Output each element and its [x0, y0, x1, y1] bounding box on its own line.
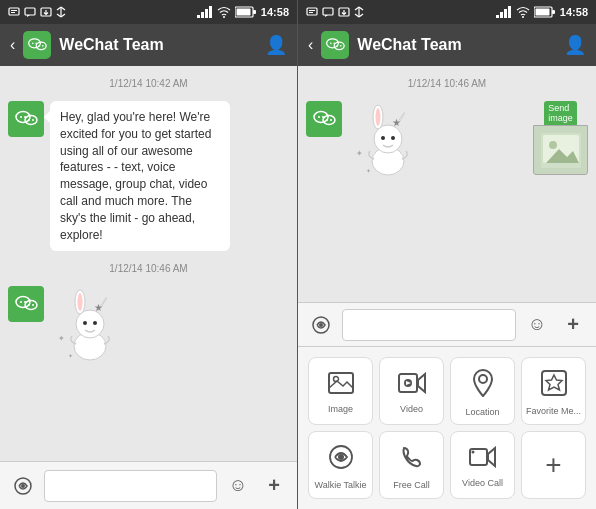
svg-point-86 [391, 136, 395, 140]
message-text-1: Hey, glad you're here! We're excited for… [60, 110, 211, 242]
timestamp-2: 1/12/14 10:46 AM [8, 263, 289, 274]
image-icon [328, 372, 354, 400]
svg-point-109 [471, 451, 474, 454]
svg-point-31 [32, 119, 34, 121]
grid-item-more[interactable]: + [521, 431, 586, 499]
grid-item-favorite[interactable]: Favorite Me... [521, 357, 586, 425]
svg-point-75 [314, 112, 328, 123]
back-button-left[interactable]: ‹ [10, 36, 15, 54]
svg-point-71 [330, 43, 332, 45]
location-svg-icon [473, 369, 493, 397]
svg-point-35 [24, 301, 26, 303]
walkie-talkie-btn-left[interactable] [8, 471, 38, 501]
svg-rect-96 [329, 373, 353, 393]
add-btn-right[interactable]: + [558, 310, 588, 340]
nav-bar-left: ‹ WeChat Team 👤 [0, 24, 297, 66]
left-phone: 14:58 ‹ WeChat Team 👤 1/12/14 10:42 AM [0, 0, 298, 509]
grid-label-video: Video [400, 404, 423, 414]
status-bar-right: 14:58 [298, 0, 596, 24]
grid-label-walkie: Walkie Talkie [314, 480, 366, 490]
wechat-icon-left [27, 35, 47, 55]
svg-point-41 [78, 293, 83, 311]
svg-rect-52 [323, 8, 333, 15]
svg-point-80 [330, 119, 332, 121]
emoji-btn-right[interactable]: ☺ [522, 310, 552, 340]
message-bubble-1: Hey, glad you're here! We're excited for… [50, 101, 230, 251]
svg-point-79 [326, 119, 328, 121]
svg-rect-14 [205, 9, 208, 18]
svg-point-16 [223, 16, 225, 18]
svg-rect-3 [25, 8, 35, 15]
nav-bar-right: ‹ WeChat Team 👤 [298, 24, 596, 66]
wifi-icon-r [516, 6, 530, 18]
svg-point-73 [337, 45, 339, 47]
status-icons-right [306, 6, 364, 18]
svg-line-60 [355, 14, 359, 17]
profile-button-left[interactable]: 👤 [265, 34, 287, 56]
back-button-right[interactable]: ‹ [308, 36, 313, 54]
grid-item-walkie[interactable]: Walkie Talkie [308, 431, 373, 499]
svg-text:✦: ✦ [356, 149, 363, 158]
svg-point-24 [39, 45, 41, 47]
emoji-btn-left[interactable]: ☺ [223, 471, 253, 501]
grid-item-video[interactable]: Video [379, 357, 444, 425]
message-row-right-1: ★ ✦ ✦ Sendimage [306, 101, 588, 181]
svg-marker-108 [488, 448, 495, 466]
svg-rect-68 [535, 9, 549, 16]
walkie-talkie-grid-icon [328, 444, 354, 476]
message-input-right[interactable] [342, 309, 516, 341]
status-icons-left [8, 6, 66, 18]
grid-item-image[interactable]: Image [308, 357, 373, 425]
signal-icon [197, 6, 213, 18]
grid-label-location: Location [465, 407, 499, 417]
wechat-logo-right [321, 31, 349, 59]
plus-grid-icon: + [545, 449, 561, 481]
timestamp-1: 1/12/14 10:42 AM [8, 78, 289, 89]
download-icon [40, 6, 52, 18]
wechat-avatar-icon-2 [14, 292, 38, 316]
svg-point-70 [334, 42, 344, 50]
svg-rect-13 [201, 12, 204, 18]
sticker-left: ★ ✦ ✦ [50, 286, 130, 366]
svg-marker-53 [325, 15, 328, 17]
svg-point-106 [338, 454, 344, 460]
message-row-2: ★ ✦ ✦ [8, 286, 289, 366]
send-image-preview[interactable] [533, 125, 588, 175]
status-right-right: 14:58 [496, 6, 588, 18]
walkie-talkie-btn-right[interactable] [306, 310, 336, 340]
msg-icon [24, 6, 36, 18]
svg-text:★: ★ [94, 302, 103, 313]
svg-rect-49 [307, 8, 317, 15]
video-svg-icon [398, 372, 426, 394]
svg-rect-63 [504, 9, 507, 18]
walkie-icon-right [311, 315, 331, 335]
svg-point-43 [93, 321, 97, 325]
svg-marker-4 [27, 15, 30, 17]
grid-item-location[interactable]: Location [450, 357, 515, 425]
svg-point-26 [16, 112, 30, 123]
walkie-svg-icon [328, 444, 354, 470]
message-input-left[interactable] [44, 470, 217, 502]
svg-marker-99 [418, 374, 425, 392]
svg-rect-51 [309, 12, 313, 13]
add-btn-left[interactable]: + [259, 471, 289, 501]
svg-point-78 [322, 116, 324, 118]
location-icon [473, 369, 493, 403]
chat-area-right: 1/12/14 10:46 AM [298, 66, 596, 302]
sticker-svg-right: ★ ✦ ✦ [348, 101, 428, 181]
svg-rect-15 [209, 6, 212, 18]
timestamp-right-1: 1/12/14 10:46 AM [306, 78, 588, 89]
svg-point-92 [549, 141, 557, 149]
svg-point-28 [20, 116, 22, 118]
grid-label-videocall: Video Call [462, 478, 503, 488]
time-right: 14:58 [560, 6, 588, 18]
grid-item-freecall[interactable]: Free Call [379, 431, 444, 499]
videocall-svg-icon [469, 446, 497, 468]
svg-point-30 [28, 119, 30, 121]
bluetooth-icon-r [354, 6, 364, 18]
svg-text:✦: ✦ [366, 168, 371, 174]
grid-item-videocall[interactable]: Video Call [450, 431, 515, 499]
videocall-icon [469, 446, 497, 474]
profile-button-right[interactable]: 👤 [564, 34, 586, 56]
svg-text:✦: ✦ [68, 353, 73, 359]
